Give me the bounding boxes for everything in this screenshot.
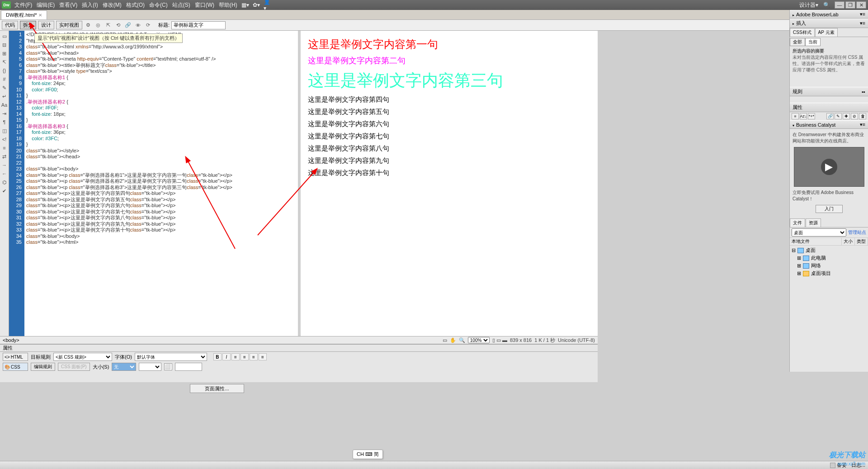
- view-split-button[interactable]: 拆分: [20, 21, 36, 29]
- view-size-icons[interactable]: ▯ ▭ ▬: [492, 337, 507, 343]
- browserlab-panel-header[interactable]: ▸Adobe BrowserLab▾≡: [790, 10, 868, 19]
- auto-indent-icon[interactable]: ⇥: [1, 110, 8, 117]
- css-current-tab[interactable]: 当前: [805, 38, 821, 46]
- menu-help[interactable]: 帮助(H): [219, 1, 237, 9]
- disable-icon[interactable]: ⊘: [851, 113, 858, 119]
- collapse-icon[interactable]: ⊟: [1, 41, 8, 48]
- title-input[interactable]: [171, 21, 226, 29]
- tree-expand-icon[interactable]: ⊟: [792, 247, 796, 253]
- recent-snippets-icon[interactable]: ≡: [1, 144, 8, 152]
- word-wrap-icon[interactable]: ↵: [1, 93, 8, 100]
- min-button[interactable]: —: [835, 1, 844, 9]
- font-size-select[interactable]: 无: [112, 363, 136, 371]
- menu-edit[interactable]: 编辑(E): [37, 1, 55, 9]
- align-right-icon[interactable]: ≡: [250, 353, 258, 360]
- tree-items[interactable]: 桌面项目: [811, 270, 831, 277]
- max-button[interactable]: ❐: [845, 1, 855, 9]
- props-html-button[interactable]: <>HTML: [3, 353, 28, 361]
- preview-p9[interactable]: 这里是举例文字内容第九句: [308, 156, 590, 165]
- inspect-icon[interactable]: ◎: [94, 21, 102, 29]
- highlight-icon[interactable]: ✎: [1, 84, 8, 91]
- italic-icon[interactable]: I: [222, 353, 231, 360]
- menu-format[interactable]: 格式(O): [126, 1, 145, 9]
- align-center-icon[interactable]: ≡: [241, 353, 249, 360]
- files-tab[interactable]: 文件: [790, 218, 805, 227]
- assets-tab[interactable]: 资源: [806, 218, 821, 227]
- preview-p2[interactable]: 这里是举例文字内容第二句: [308, 55, 590, 66]
- site-icon[interactable]: 👤▾: [264, 1, 271, 9]
- show-category-icon[interactable]: ≡: [792, 113, 799, 119]
- edit-rule-button[interactable]: 编辑规则: [31, 363, 55, 371]
- tree-expand-icon[interactable]: ⊞: [797, 255, 801, 261]
- preview-p10[interactable]: 这里是举例文字内容第十句: [308, 169, 590, 177]
- extend-icon[interactable]: ✿▾: [253, 1, 260, 9]
- balance-icon[interactable]: {}: [1, 67, 8, 74]
- css-styles-tab[interactable]: CSS样式: [790, 28, 815, 37]
- preview-p6[interactable]: 这里是举例文字内容第六句: [308, 120, 590, 128]
- menu-commands[interactable]: 命令(C): [149, 1, 168, 9]
- validate-icon[interactable]: ✔: [1, 187, 8, 194]
- align-justify-icon[interactable]: ≡: [259, 353, 267, 360]
- show-set-icon[interactable]: *+*: [808, 113, 815, 119]
- preview-p7[interactable]: 这里是举例文字内容第七句: [308, 132, 590, 141]
- col-type[interactable]: 类型: [855, 238, 868, 245]
- refresh-icon[interactable]: ⟲: [114, 21, 122, 29]
- color-hex-input[interactable]: [175, 363, 202, 371]
- zoom-tool-icon[interactable]: 🔍: [459, 337, 465, 343]
- properties-header[interactable]: 属性: [790, 103, 868, 112]
- menu-window[interactable]: 窗口(W): [195, 1, 214, 9]
- target-rule-select[interactable]: <新 CSS 规则>: [53, 353, 112, 361]
- close-tab-icon[interactable]: ✕: [38, 13, 42, 18]
- file-link-icon[interactable]: 🔗: [124, 21, 132, 29]
- syntax-icon[interactable]: Aa: [1, 101, 8, 109]
- show-list-icon[interactable]: Az↓: [800, 113, 807, 119]
- view-design-button[interactable]: 设计: [38, 21, 54, 29]
- outdent-icon[interactable]: ←: [1, 170, 8, 177]
- css-panel-button[interactable]: CSS 面板(P): [58, 363, 90, 371]
- preview-p5[interactable]: 这里是举例文字内容第五句: [308, 108, 590, 116]
- hidden-chars-icon[interactable]: ¶: [1, 118, 8, 126]
- view-code-button[interactable]: 代码: [2, 21, 18, 29]
- hand-tool-icon[interactable]: ✋: [450, 337, 456, 343]
- font-unit-select[interactable]: [139, 363, 161, 371]
- browser-nav-icon[interactable]: ⇱: [104, 21, 112, 29]
- pointer-tool-icon[interactable]: ▭: [443, 337, 447, 343]
- bc-start-button[interactable]: 入门: [816, 205, 843, 213]
- new-rule-icon[interactable]: ✎: [835, 113, 842, 119]
- search-icon[interactable]: 🔍: [823, 1, 830, 9]
- css-all-tab[interactable]: 全部: [790, 38, 805, 46]
- tag-path[interactable]: <body>: [3, 337, 19, 343]
- vis-aids-icon[interactable]: 👁: [134, 21, 142, 29]
- view-live-button[interactable]: 实时视图: [56, 21, 82, 29]
- menu-insert[interactable]: 插入(I): [82, 1, 98, 9]
- insert-panel-header[interactable]: ▸插入▾≡: [790, 19, 868, 28]
- tree-expand-icon[interactable]: ⊞: [797, 263, 801, 269]
- snippet-icon[interactable]: ◫: [1, 127, 8, 134]
- bold-icon[interactable]: B: [213, 353, 222, 360]
- ap-elements-tab[interactable]: AP 元素: [815, 28, 838, 37]
- align-left-icon[interactable]: ≡: [231, 353, 240, 360]
- format-icon[interactable]: ⌬: [1, 179, 8, 186]
- attach-css-icon[interactable]: 🔗: [826, 113, 834, 119]
- preview-p3[interactable]: 这里是举例文字内容第三句: [308, 70, 590, 92]
- tree-network[interactable]: 网络: [811, 262, 821, 269]
- live-code-icon[interactable]: ⚙: [84, 21, 92, 29]
- page-properties-button[interactable]: 页面属性...: [190, 384, 244, 393]
- tree-pc[interactable]: 此电脑: [811, 255, 826, 261]
- preview-p8[interactable]: 这里是举例文字内容第八句: [308, 144, 590, 153]
- options-icon[interactable]: ⟳: [144, 21, 152, 29]
- col-local[interactable]: 本地文件: [790, 238, 842, 245]
- ime-indicator[interactable]: CH ⌨ 简: [353, 450, 383, 459]
- select-parent-icon[interactable]: ↸: [1, 58, 8, 66]
- open-docs-icon[interactable]: ▭: [1, 33, 8, 40]
- menu-modify[interactable]: 修改(M): [103, 1, 122, 9]
- delete-icon[interactable]: 🗑: [859, 113, 866, 119]
- zoom-select[interactable]: 100%: [468, 337, 490, 343]
- line-num-icon[interactable]: #: [1, 76, 8, 83]
- menu-file[interactable]: 文件(F): [14, 1, 32, 9]
- manage-sites-link[interactable]: 管理站点: [848, 229, 866, 236]
- col-size[interactable]: 大小: [842, 238, 855, 245]
- rules-header[interactable]: 规则▪▪: [790, 87, 868, 96]
- bc-panel-header[interactable]: ▾Business Catalyst▾≡: [790, 120, 868, 129]
- move-css-icon[interactable]: ⇄: [1, 153, 8, 160]
